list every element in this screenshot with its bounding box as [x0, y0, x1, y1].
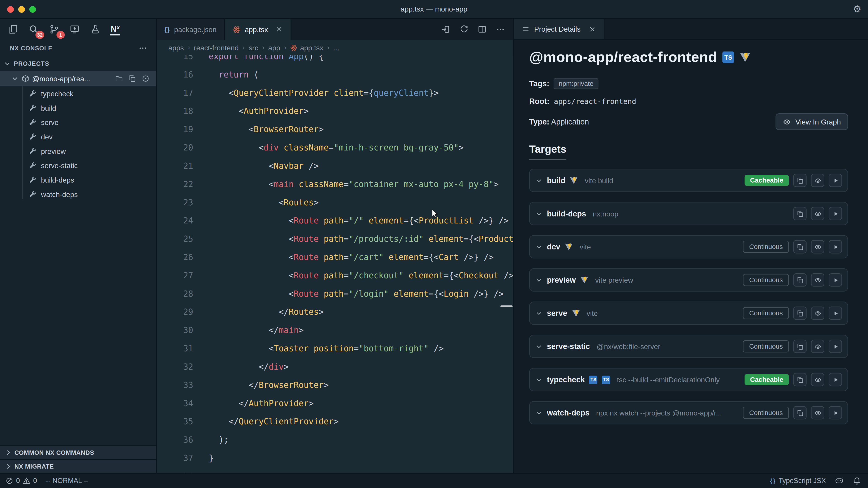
refresh-icon[interactable] — [460, 25, 468, 34]
chevron-down-icon[interactable] — [535, 310, 542, 317]
copy-target-button[interactable] — [793, 240, 807, 254]
tree-item-build-deps[interactable]: build-deps — [0, 173, 156, 187]
view-target-button[interactable] — [811, 373, 825, 386]
tree-item-label: build — [41, 104, 56, 112]
split-editor-icon[interactable] — [477, 25, 487, 34]
problems-indicator[interactable]: 0 0 — [5, 477, 37, 485]
notifications-bell-icon[interactable] — [852, 477, 861, 485]
close-window-button[interactable] — [7, 6, 14, 12]
section-nx-migrate[interactable]: NX MIGRATE — [0, 459, 156, 473]
copy-target-button[interactable] — [793, 306, 807, 320]
zoom-window-button[interactable] — [29, 6, 36, 12]
type-label: Type: — [529, 117, 549, 126]
view-target-button[interactable] — [811, 340, 825, 353]
tab-package.json[interactable]: {}package.json — [157, 19, 225, 40]
tree-item-build[interactable]: build — [0, 101, 156, 115]
view-target-button[interactable] — [811, 406, 825, 420]
activity-remote-window[interactable] — [69, 23, 80, 36]
projects-section-header[interactable]: PROJECTS — [0, 57, 156, 71]
breadcrumb-item[interactable]: ... — [333, 43, 340, 52]
braces-icon: {} — [164, 26, 170, 33]
run-target-button[interactable] — [829, 207, 842, 220]
activity-search[interactable]: 32 — [28, 23, 39, 36]
view-target-button[interactable] — [811, 174, 825, 187]
breadcrumb-separator: › — [284, 43, 286, 51]
view-target-button[interactable] — [811, 273, 825, 287]
breadcrumb-label: app.tsx — [300, 43, 323, 52]
breadcrumb-item[interactable]: app.tsx — [290, 43, 323, 52]
tree-item-dev[interactable]: dev — [0, 129, 156, 144]
chevron-down-icon[interactable] — [535, 376, 542, 383]
target-card-serve: serveviteContinuous — [529, 302, 848, 325]
activity-testing[interactable] — [90, 23, 101, 36]
chevron-down-icon[interactable] — [535, 210, 542, 217]
vscode-window: app.tsx — mono-app ⚙ 321Nx NX CONSOLE PR… — [0, 0, 868, 488]
chevron-down-icon[interactable] — [535, 343, 542, 350]
project-details-panel: Project Details @mono-app/react-frontend… — [514, 19, 868, 473]
chevron-down-icon[interactable] — [535, 177, 542, 184]
run-target-button[interactable] — [829, 240, 842, 254]
breadcrumb-item[interactable]: react-frontend — [194, 43, 239, 52]
run-target-button[interactable] — [829, 273, 842, 287]
activity-nx-console[interactable]: Nx — [110, 23, 120, 35]
chevron-down-icon[interactable] — [535, 243, 542, 250]
run-target-button[interactable] — [829, 174, 842, 187]
target-card-dev: devviteContinuous — [529, 235, 848, 258]
run-target-button[interactable] — [829, 340, 842, 353]
copilot-icon[interactable] — [835, 477, 844, 485]
tree-item-preview[interactable]: preview — [0, 144, 156, 158]
code-line: } — [209, 449, 513, 468]
tab-project-details[interactable]: Project Details — [514, 19, 604, 39]
minimize-window-button[interactable] — [18, 6, 25, 12]
view-target-button[interactable] — [811, 207, 825, 220]
close-icon[interactable] — [588, 25, 596, 33]
warnings-icon — [23, 477, 30, 485]
more-actions-icon[interactable] — [859, 25, 868, 33]
copy-target-button[interactable] — [793, 406, 807, 420]
copy-icon[interactable] — [128, 75, 136, 83]
scrollbar-thumb[interactable] — [500, 305, 513, 307]
breadcrumb-item[interactable]: src — [249, 43, 258, 52]
copy-target-button[interactable] — [793, 273, 807, 287]
view-target-button[interactable] — [811, 306, 825, 320]
tab-app.tsx[interactable]: app.tsx — [225, 19, 291, 40]
tree-item-serve[interactable]: serve — [0, 115, 156, 129]
activity-source-control[interactable]: 1 — [49, 23, 60, 36]
ellipsis-icon[interactable] — [496, 25, 505, 34]
vim-mode-indicator[interactable]: -- NORMAL -- — [46, 477, 88, 485]
target-command: @nx/web:file-server — [597, 342, 660, 351]
tree-item-watch-deps[interactable]: watch-deps — [0, 187, 156, 201]
chevron-down-icon[interactable] — [535, 409, 542, 416]
errors-icon — [5, 477, 13, 485]
folder-icon[interactable] — [115, 75, 123, 83]
language-mode-selector[interactable]: {} TypeScript JSX — [770, 477, 826, 485]
copy-target-button[interactable] — [793, 207, 807, 220]
chevron-down-icon[interactable] — [535, 276, 542, 284]
breadcrumb-item[interactable]: apps — [168, 43, 184, 52]
view-in-graph-button[interactable]: View In Graph — [776, 113, 848, 130]
run-target-button[interactable] — [829, 406, 842, 420]
breadcrumb-item[interactable]: app — [268, 43, 280, 52]
focus-target-icon[interactable] — [142, 75, 149, 83]
run-target-button[interactable] — [829, 373, 842, 386]
copy-target-button[interactable] — [793, 340, 807, 353]
badge-continuous: Continuous — [743, 307, 789, 319]
more-actions-icon[interactable] — [138, 43, 147, 53]
copy-target-button[interactable] — [793, 373, 807, 386]
close-icon[interactable] — [275, 26, 283, 33]
activity-explorer[interactable] — [8, 23, 19, 36]
view-target-button[interactable] — [811, 240, 825, 254]
tree-item-serve-static[interactable]: serve-static — [0, 158, 156, 173]
typescript-badge: TS — [602, 376, 610, 384]
editor-tabs: {}package.jsonapp.tsx — [157, 19, 291, 40]
settings-gear-icon[interactable]: ⚙ — [853, 4, 861, 14]
code-line: <QueryClientProvider client={queryClient… — [209, 84, 513, 102]
open-side-icon[interactable] — [441, 25, 450, 34]
vite-icon — [580, 276, 589, 284]
code-editor[interactable]: 1516171819202122232425262728293031323334… — [157, 55, 513, 473]
tree-item-typecheck[interactable]: typecheck — [0, 86, 156, 101]
copy-target-button[interactable] — [793, 174, 807, 187]
tree-item-project[interactable]: @mono-app/rea... — [0, 71, 156, 86]
run-target-button[interactable] — [829, 306, 842, 320]
section-common-nx-commands[interactable]: COMMON NX COMMANDS — [0, 445, 156, 459]
